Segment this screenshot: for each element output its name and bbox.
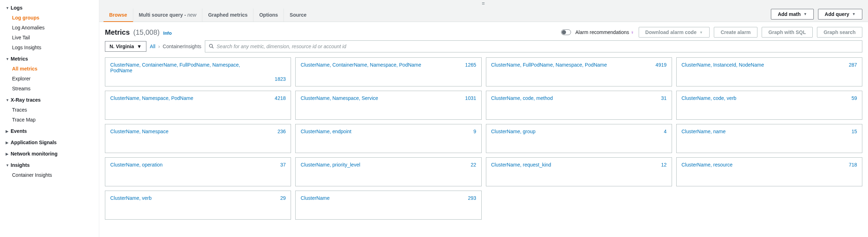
svg-point-0 bbox=[209, 44, 213, 47]
alarm-recs-text: Alarm recommendations bbox=[575, 29, 629, 35]
metric-dimension-card[interactable]: ClusterName, resource718 bbox=[676, 157, 862, 186]
panel-drag-handle[interactable]: = bbox=[99, 0, 868, 7]
card-count: 12 bbox=[661, 162, 667, 168]
nav-section-logs[interactable]: ▼Logs bbox=[0, 3, 99, 13]
card-title: ClusterName, ContainerName, FullPodName,… bbox=[110, 62, 251, 73]
add-query-button[interactable]: Add query ▼ bbox=[818, 9, 862, 19]
nav-item-streams[interactable]: Streams bbox=[0, 84, 99, 94]
card-title: ClusterName bbox=[301, 195, 441, 201]
card-count: 1265 bbox=[465, 62, 476, 68]
nav-item-log-groups[interactable]: Log groups bbox=[0, 13, 99, 23]
card-count: 4919 bbox=[656, 62, 667, 68]
metric-dimension-card[interactable]: ClusterName, code, verb59 bbox=[676, 91, 862, 120]
nav-section-label: Application Signals bbox=[11, 140, 57, 145]
card-title: ClusterName, resource bbox=[682, 162, 822, 168]
region-label: N. Virginia bbox=[110, 44, 134, 49]
card-title: ClusterName, name bbox=[682, 129, 822, 134]
card-count: 4218 bbox=[275, 95, 286, 101]
card-count: 4 bbox=[664, 129, 667, 134]
svg-line-1 bbox=[212, 47, 214, 48]
search-icon bbox=[209, 44, 214, 50]
metric-dimension-card[interactable]: ClusterName293 bbox=[295, 191, 481, 220]
tab-multi-source-label: Multi source query - bbox=[139, 12, 187, 18]
tab-browse[interactable]: Browse bbox=[103, 9, 133, 22]
card-title: ClusterName, FullPodName, Namespace, Pod… bbox=[491, 62, 632, 68]
card-title: ClusterName, code, method bbox=[491, 95, 632, 101]
tab-multi-source[interactable]: Multi source query - new bbox=[133, 9, 203, 22]
metric-dimension-card[interactable]: ClusterName, code, method31 bbox=[486, 91, 672, 120]
nav-item-explorer[interactable]: Explorer bbox=[0, 74, 99, 84]
alarm-recommendations-toggle[interactable] bbox=[561, 29, 571, 35]
caret-right-icon: ▶ bbox=[6, 141, 11, 145]
nav-item-logs-insights[interactable]: Logs Insights bbox=[0, 43, 99, 52]
nav-item-traces[interactable]: Traces bbox=[0, 105, 99, 115]
breadcrumb-all[interactable]: All bbox=[150, 44, 156, 49]
card-title: ClusterName, endpoint bbox=[301, 129, 441, 134]
info-link[interactable]: Info bbox=[163, 30, 172, 36]
nav-section-x-ray-traces[interactable]: ▼X-Ray traces bbox=[0, 95, 99, 105]
caret-right-icon: ▶ bbox=[6, 152, 11, 156]
alarm-recommendations-label: Alarm recommendations ♀ bbox=[575, 29, 634, 35]
metric-dimension-card[interactable]: ClusterName, request_kind12 bbox=[486, 157, 672, 186]
metric-cards-grid: ClusterName, ContainerName, FullPodName,… bbox=[99, 57, 868, 225]
tab-options[interactable]: Options bbox=[253, 9, 284, 22]
metric-dimension-card[interactable]: ClusterName, FullPodName, Namespace, Pod… bbox=[486, 57, 672, 86]
nav-section-insights[interactable]: ▼Insights bbox=[0, 160, 99, 170]
metric-dimension-card[interactable]: ClusterName, verb29 bbox=[105, 191, 291, 220]
tab-graphed-metrics[interactable]: Graphed metrics bbox=[202, 9, 253, 22]
nav-item-container-insights[interactable]: Container Insights bbox=[0, 170, 99, 180]
card-count: 37 bbox=[280, 162, 286, 168]
metric-dimension-card[interactable]: ClusterName, priority_level22 bbox=[295, 157, 481, 186]
card-title: ClusterName, ContainerName, Namespace, P… bbox=[301, 62, 441, 68]
caret-down-icon: ▼ bbox=[699, 30, 703, 34]
create-alarm-button[interactable]: Create alarm bbox=[714, 27, 757, 38]
metric-dimension-card[interactable]: ClusterName, Namespace, PodName4218 bbox=[105, 91, 291, 120]
card-count: 718 bbox=[849, 162, 857, 168]
card-count: 293 bbox=[468, 195, 476, 201]
tab-new-badge: new bbox=[187, 12, 197, 18]
metric-dimension-card[interactable]: ClusterName, operation37 bbox=[105, 157, 291, 186]
graph-with-sql-button[interactable]: Graph with SQL bbox=[762, 27, 813, 38]
card-title: ClusterName, InstanceId, NodeName bbox=[682, 62, 822, 68]
card-count: 29 bbox=[280, 195, 286, 201]
metric-dimension-card[interactable]: ClusterName, ContainerName, Namespace, P… bbox=[295, 57, 481, 86]
region-selector[interactable]: N. Virginia ▼ bbox=[105, 41, 146, 52]
caret-down-icon: ▼ bbox=[852, 12, 856, 16]
nav-section-events[interactable]: ▶Events bbox=[0, 126, 99, 136]
download-alarm-code-button[interactable]: Download alarm code ▼ bbox=[639, 27, 710, 38]
tab-source[interactable]: Source bbox=[284, 9, 312, 22]
search-box[interactable] bbox=[205, 40, 862, 52]
search-input[interactable] bbox=[217, 44, 858, 49]
sidebar: ▼LogsLog groupsLog AnomaliesLive TailLog… bbox=[0, 0, 99, 237]
nav-item-all-metrics[interactable]: All metrics bbox=[0, 64, 99, 74]
card-title: ClusterName, group bbox=[491, 129, 632, 134]
caret-down-icon: ▼ bbox=[137, 44, 142, 49]
metric-dimension-card[interactable]: ClusterName, group4 bbox=[486, 124, 672, 153]
add-math-button[interactable]: Add math ▼ bbox=[771, 9, 813, 19]
card-title: ClusterName, verb bbox=[110, 195, 251, 201]
add-query-label: Add query bbox=[825, 11, 849, 17]
metric-dimension-card[interactable]: ClusterName, Namespace, Service1031 bbox=[295, 91, 481, 120]
nav-section-application-signals[interactable]: ▶Application Signals bbox=[0, 137, 99, 147]
card-count: 1823 bbox=[275, 76, 286, 82]
card-title: ClusterName, operation bbox=[110, 162, 251, 168]
nav-item-trace-map[interactable]: Trace Map bbox=[0, 115, 99, 125]
metric-dimension-card[interactable]: ClusterName, endpoint9 bbox=[295, 124, 481, 153]
breadcrumb-current: ContainerInsights bbox=[163, 44, 201, 49]
metric-dimension-card[interactable]: ClusterName, name15 bbox=[676, 124, 862, 153]
nav-section-metrics[interactable]: ▼Metrics bbox=[0, 54, 99, 64]
caret-right-icon: ▶ bbox=[6, 129, 11, 133]
card-count: 9 bbox=[474, 129, 476, 134]
card-title: ClusterName, request_kind bbox=[491, 162, 632, 168]
metric-dimension-card[interactable]: ClusterName, ContainerName, FullPodName,… bbox=[105, 57, 291, 86]
nav-section-label: Logs bbox=[11, 5, 22, 11]
metric-dimension-card[interactable]: ClusterName, InstanceId, NodeName287 bbox=[676, 57, 862, 86]
graph-search-button[interactable]: Graph search bbox=[817, 27, 862, 38]
card-title: ClusterName, Namespace bbox=[110, 129, 251, 134]
caret-down-icon: ▼ bbox=[6, 163, 11, 167]
nav-section-label: Network monitoring bbox=[11, 151, 57, 157]
nav-item-log-anomalies[interactable]: Log Anomalies bbox=[0, 23, 99, 33]
nav-section-network-monitoring[interactable]: ▶Network monitoring bbox=[0, 149, 99, 159]
metric-dimension-card[interactable]: ClusterName, Namespace236 bbox=[105, 124, 291, 153]
nav-item-live-tail[interactable]: Live Tail bbox=[0, 33, 99, 43]
